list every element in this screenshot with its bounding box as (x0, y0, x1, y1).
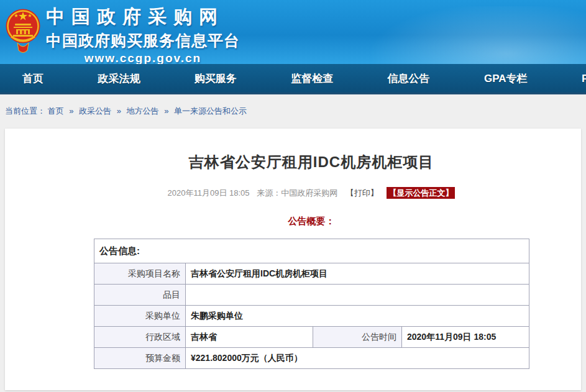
breadcrumb: 当前位置： 首页 » 政采公告 » 地方公告 » 单一来源公告和公示 (0, 94, 586, 129)
national-emblem-logo (5, 6, 41, 55)
nav-item-purchase-services[interactable]: 购买服务 (195, 71, 237, 86)
breadcrumb-prefix: 当前位置： (5, 106, 45, 116)
table-section-row: 公告信息: (94, 239, 529, 263)
value-region: 吉林省 (186, 327, 313, 348)
value-notice-time: 2020年11月09日 18:05 (402, 327, 529, 348)
site-title: 中国政府采购网 (46, 4, 240, 30)
nav-item-regulations[interactable]: 政采法规 (98, 71, 140, 86)
notice-info-table: 公告信息: 采购项目名称 吉林省公安厅租用IDC机房机柜项目 品目 采购单位 朱… (94, 239, 529, 369)
site-header: 中国政府采购网 中国政府购买服务信息平台 www.ccgp.gov.cn (0, 0, 586, 64)
breadcrumb-item-local-notices[interactable]: 地方公告 (127, 106, 159, 116)
breadcrumb-item-procurement-notices[interactable]: 政采公告 (79, 106, 111, 116)
table-row-project-name: 采购项目名称 吉林省公安厅租用IDC机房机柜项目 (94, 263, 529, 285)
summary-heading: 公告概要： (94, 216, 529, 227)
table-row-purchaser: 采购单位 朱鹏采购单位 (94, 306, 529, 327)
breadcrumb-separator: » (69, 106, 73, 116)
section-header-cell: 公告信息: (94, 239, 529, 263)
publish-datetime: 2020年11月09日 18:05 (168, 188, 250, 198)
breadcrumb-item-single-source[interactable]: 单一来源公告和公示 (174, 106, 247, 116)
breadcrumb-separator: » (117, 106, 121, 116)
nav-item-announcements[interactable]: 信息公告 (388, 71, 430, 86)
nav-item-home[interactable]: 首页 (22, 71, 43, 86)
nav-item-gpa[interactable]: GPA专栏 (484, 71, 528, 86)
table-row-budget: 预算金额 ¥221.802000万元（人民币） (94, 348, 529, 369)
article-meta: 2020年11月09日 18:05 来源：中国政府采购网 【打印】 【显示公告正… (94, 188, 529, 199)
print-button[interactable]: 【打印】 (346, 188, 378, 198)
table-row-region-time: 行政区域 吉林省 公告时间 2020年11月09日 18:05 (94, 327, 529, 348)
site-url: www.ccgp.gov.cn (46, 52, 240, 64)
article-content: 吉林省公安厅租用IDC机房机柜项目 2020年11月09日 18:05 来源：中… (94, 129, 529, 369)
label-purchaser: 采购单位 (94, 306, 186, 327)
nav-item-supervision[interactable]: 监督检查 (291, 71, 333, 86)
value-purchaser: 朱鹏采购单位 (186, 306, 529, 327)
breadcrumb-item-home[interactable]: 首页 (48, 106, 64, 116)
label-notice-time: 公告时间 (313, 327, 402, 348)
value-project-name: 吉林省公安厅租用IDC机房机柜项目 (186, 263, 529, 285)
breadcrumb-separator: » (164, 106, 168, 116)
label-region: 行政区域 (94, 327, 186, 348)
brand: 中国政府采购网 中国政府购买服务信息平台 www.ccgp.gov.cn (0, 0, 586, 64)
nav-item-ppp[interactable]: PPP频道 (582, 71, 586, 86)
label-category: 品目 (94, 285, 186, 306)
show-full-notice-button[interactable]: 【显示公告正文】 (387, 187, 455, 199)
page-title: 吉林省公安厅租用IDC机房机柜项目 (94, 129, 529, 172)
table-row-category: 品目 (94, 285, 529, 306)
source-label: 来源： (257, 188, 281, 198)
content-panel: 吉林省公安厅租用IDC机房机柜项目 2020年11月09日 18:05 来源：中… (5, 129, 581, 390)
site-subtitle: 中国政府购买服务信息平台 (46, 30, 240, 51)
brand-text: 中国政府采购网 中国政府购买服务信息平台 www.ccgp.gov.cn (46, 4, 240, 64)
value-category (186, 285, 529, 306)
main-nav: 首页 政采法规 购买服务 监督检查 信息公告 GPA专栏 PPP频道 (0, 64, 586, 94)
label-budget: 预算金额 (94, 348, 186, 369)
source-name: 中国政府采购网 (281, 188, 337, 198)
label-project-name: 采购项目名称 (94, 263, 186, 285)
nav-inner: 首页 政采法规 购买服务 监督检查 信息公告 GPA专栏 PPP频道 (0, 64, 586, 93)
value-budget: ¥221.802000万元（人民币） (186, 348, 529, 369)
